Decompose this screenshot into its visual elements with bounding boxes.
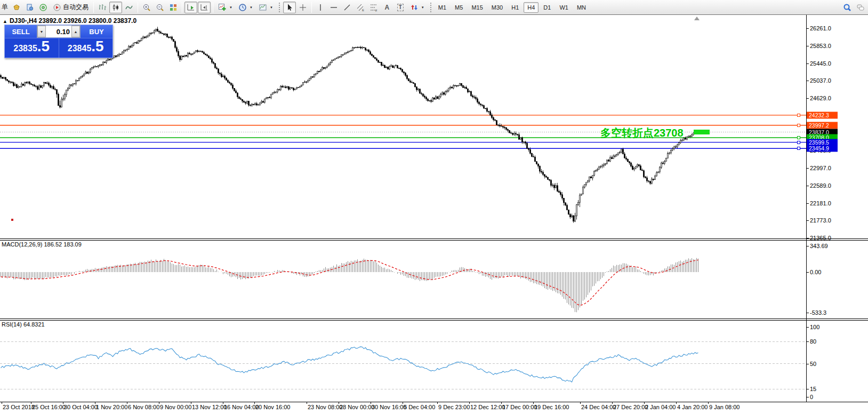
panel-separator[interactable] — [0, 319, 868, 319]
timeframe-w1-button[interactable]: W1 — [556, 2, 572, 13]
line-handle[interactable] — [797, 114, 800, 117]
macd-canvas[interactable] — [0, 241, 806, 318]
toolbar-grip[interactable] — [279, 3, 280, 12]
dropdown-caret[interactable]: ▼ — [250, 6, 253, 9]
trendline-button[interactable] — [341, 2, 353, 13]
buy-price[interactable]: 23845.5 — [59, 38, 113, 58]
toolbar-grip[interactable] — [430, 3, 431, 12]
price-axis-label: 24629.0 — [810, 95, 831, 101]
price-axis-tick — [806, 186, 809, 186]
bar-chart-button[interactable] — [96, 2, 109, 13]
timeframe-d1-button[interactable]: D1 — [540, 2, 554, 13]
collapse-icon[interactable]: ▲ — [3, 19, 7, 24]
line-chart-button[interactable] — [123, 2, 135, 13]
chart-shift-marker[interactable] — [694, 17, 700, 20]
sell-price-main: 23835 — [13, 44, 37, 53]
document-button[interactable] — [23, 2, 36, 13]
line-handle[interactable] — [797, 136, 800, 139]
buy-price-main: 23845 — [68, 44, 92, 53]
templates-button[interactable]: ▼ — [256, 2, 276, 13]
cursor-button[interactable] — [283, 2, 296, 13]
panel-separator[interactable] — [0, 238, 868, 239]
timeframe-m5-button[interactable]: M5 — [451, 2, 467, 13]
search-button[interactable] — [841, 2, 854, 13]
crosshair-button[interactable] — [296, 2, 309, 13]
fibonacci-button[interactable]: F — [367, 2, 380, 13]
line-handle[interactable] — [797, 141, 800, 144]
volume-decrease-button[interactable]: ▼ — [37, 26, 46, 37]
new-order-button[interactable]: 单 — [1, 3, 10, 12]
timeframe-h1-button[interactable]: H1 — [508, 2, 523, 13]
rsi-axis-label: 50 — [810, 361, 816, 367]
timeframe-m1-button[interactable]: M1 — [435, 2, 450, 13]
candlestick-chart-button[interactable] — [109, 2, 122, 13]
main-chart-canvas[interactable] — [0, 15, 806, 238]
zoom-out-button[interactable] — [154, 2, 166, 13]
zoom-in-button[interactable] — [140, 2, 153, 13]
price-axis-label: 25445.0 — [810, 60, 831, 67]
chat-icon — [856, 3, 865, 12]
horizontal-line-icon — [329, 3, 338, 12]
dropdown-caret[interactable]: ▼ — [421, 6, 424, 9]
time-axis-label: 5 Dec 04:00 — [404, 404, 435, 410]
equidistant-channel-button[interactable]: E — [354, 2, 367, 13]
time-axis-tick — [676, 402, 677, 404]
chart-shift-button[interactable] — [198, 2, 211, 13]
periods-button[interactable]: ▼ — [236, 2, 255, 13]
autotrading-icon — [53, 3, 61, 12]
panel-separator[interactable] — [0, 320, 868, 321]
time-axis-tick — [437, 402, 438, 404]
time-axis-label: 24 Dec 04:00 — [581, 404, 616, 410]
rsi-canvas[interactable] — [0, 321, 806, 401]
dropdown-caret[interactable]: ▼ — [229, 6, 232, 9]
time-axis-label: 17 Dec 00:00 — [502, 404, 537, 410]
price-axis-label: 22181.0 — [810, 200, 831, 206]
macd-axis-label: 0.00 — [810, 269, 821, 275]
line-handle[interactable] — [797, 124, 800, 127]
gem-button[interactable] — [10, 2, 23, 13]
buy-button[interactable]: BUY — [81, 25, 112, 38]
time-axis-label: 2 Jan 04:00 — [645, 404, 676, 410]
radar-button[interactable] — [37, 2, 50, 13]
dropdown-caret[interactable]: ▼ — [270, 6, 273, 9]
time-axis-tick — [159, 402, 159, 404]
timeframe-mn-button[interactable]: MN — [573, 2, 590, 13]
price-axis-line — [806, 15, 807, 402]
sell-price[interactable]: 23835.5 — [5, 38, 59, 58]
volume-input[interactable]: 0.10 — [46, 26, 71, 37]
macd-axis-tick — [806, 272, 809, 273]
time-axis-label: 25 Oct 16:00 — [32, 404, 66, 410]
price-line-label: 23997.2 — [807, 122, 838, 129]
timeframe-h4-button[interactable]: H4 — [524, 2, 539, 13]
rsi-axis-tick — [806, 341, 809, 342]
vertical-line-icon — [316, 3, 325, 12]
time-axis-tick — [223, 402, 223, 404]
chart-shift-icon — [200, 3, 208, 12]
indicators-button[interactable]: ▼ — [215, 2, 235, 13]
time-axis-tick — [254, 402, 255, 404]
timeframe-m15-button[interactable]: M15 — [468, 2, 486, 13]
arrows-button[interactable]: ▼ — [407, 2, 427, 13]
time-axis-tick — [63, 402, 63, 404]
horizontal-line-button[interactable] — [327, 2, 340, 13]
line-handle[interactable] — [797, 147, 800, 150]
autotrading-button[interactable]: 自动交易 — [50, 2, 91, 13]
crosshair-icon — [299, 3, 307, 12]
text-button[interactable]: A — [381, 2, 393, 13]
price-axis-label: 22997.0 — [810, 165, 831, 171]
chat-button[interactable] — [854, 2, 867, 13]
tile-windows-button[interactable] — [167, 2, 180, 13]
rsi-axis-label: 100 — [810, 324, 819, 330]
arrows-icon — [410, 3, 419, 12]
panel-separator[interactable] — [0, 240, 868, 241]
vertical-line-button[interactable] — [314, 2, 327, 13]
sell-button[interactable]: SELL — [5, 25, 37, 38]
time-axis-tick — [501, 402, 502, 404]
time-axis-tick — [612, 402, 613, 404]
volume-increase-button[interactable]: ▲ — [71, 26, 80, 37]
timeframe-m30-button[interactable]: M30 — [488, 2, 507, 13]
buy-price-frac: .5 — [91, 39, 103, 54]
auto-scroll-button[interactable] — [184, 2, 197, 13]
text-label-button[interactable]: T — [394, 2, 407, 13]
svg-text:E: E — [362, 9, 364, 12]
